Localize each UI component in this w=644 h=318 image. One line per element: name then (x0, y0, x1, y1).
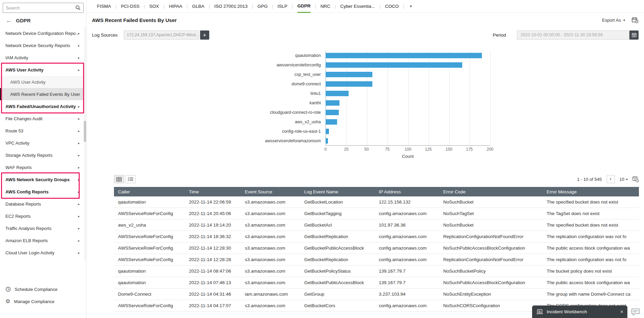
column-header-error-code[interactable]: Error Code (439, 187, 543, 196)
sidebar-item-aws-config-reports[interactable]: AWS Config Reports▸ (0, 186, 84, 198)
chevron-right-icon: ▸ (78, 117, 80, 121)
chart-bar[interactable] (326, 119, 337, 125)
chart-bar-track (326, 110, 512, 115)
table-row[interactable]: AWSServiceRoleForConfig2022-11-14 20:45:… (114, 208, 639, 219)
table-cell: 101.97.36.36 (375, 219, 439, 231)
schedule-compliance-button[interactable]: Schedule Compliance (0, 283, 84, 295)
tab-divider: | (252, 4, 253, 9)
table-cell: 2022-11-14 08:47:06 (185, 266, 241, 277)
sidebar-item-aws-user-activity[interactable]: AWS User Activity▸ (0, 64, 84, 76)
search-box[interactable] (3, 3, 84, 13)
period-input[interactable]: 2022-10-01 00:00:00 - 2022-11-30 23:59:5… (517, 30, 629, 40)
table-cell: s3.amazonaws.com (241, 277, 300, 288)
table-cell: NoSuchBucket (439, 196, 543, 208)
schedule-report-icon[interactable] (632, 17, 639, 23)
back-arrow-icon[interactable]: ← (6, 18, 12, 23)
chart-bar[interactable] (326, 138, 328, 144)
sidebar-subitem-aws-user-activity[interactable]: AWS User Activity (0, 76, 84, 88)
column-header-time[interactable]: Time (185, 187, 241, 196)
tab-islp[interactable]: ISLP (277, 0, 287, 13)
chart-bar[interactable] (326, 53, 482, 58)
chart-row: aws_v2_usha (92, 117, 512, 127)
table-cell: The TagSet does not exist (543, 208, 639, 219)
search-icon[interactable] (75, 5, 81, 10)
sidebar-item-waf-reports[interactable]: WAF Reports▸ (0, 161, 84, 173)
chart-bar[interactable] (326, 81, 372, 87)
table-row[interactable]: AWSServiceRoleForConfig2022-11-14 18:36:… (114, 231, 639, 242)
chart-bar[interactable] (326, 72, 372, 77)
chart-bar[interactable] (326, 62, 462, 68)
table-row[interactable]: Dome9-Connect2022-11-14 04:31:46iam.amaz… (114, 289, 639, 300)
tab-pci-dss[interactable]: PCI-DSS (121, 0, 139, 13)
sidebar-item-file-changes-audit[interactable]: File Changes Audit▸ (0, 112, 84, 125)
close-icon[interactable]: × (620, 309, 623, 315)
tab-gdpr[interactable]: GDPR (297, 0, 311, 13)
page-size-select[interactable]: 10 ▾ (620, 177, 628, 182)
sidebar-item-storage-activity-reports[interactable]: Storage Activity Reports▸ (0, 149, 84, 161)
column-header-caller[interactable]: Caller (114, 187, 185, 196)
chart-rows: qaautomationawsserviceroleforconfigcsp_t… (92, 51, 512, 146)
sidebar-scrollbar[interactable] (84, 27, 86, 261)
table-row[interactable]: qaautomation2022-11-14 08:47:06s3.amazon… (114, 266, 639, 277)
column-header-log-event-name[interactable]: Log Event Name (300, 187, 375, 196)
sidebar-item-database-reports[interactable]: Database Reports▸ (0, 198, 84, 210)
tab-coco[interactable]: COCO (385, 0, 399, 13)
sidebar-item-vpc-activity[interactable]: VPC Activity▸ (0, 137, 84, 149)
tab-iso-27001-2013[interactable]: ISO 27001:2013 (214, 0, 248, 13)
scrollbar-thumb[interactable] (84, 121, 86, 142)
table-row[interactable]: qaautomation2022-11-14 22:06:59s3.amazon… (114, 196, 639, 208)
sidebar-item-traffic-analysis-reports[interactable]: Traffic Analysis Reports▸ (0, 222, 84, 234)
chart-bar[interactable] (326, 129, 329, 134)
sidebar-subitem-aws-recent-failed-events-by-user[interactable]: AWS Recent Failed Events By User (0, 88, 84, 100)
tab-sox[interactable]: SOX (149, 0, 159, 13)
table-row[interactable]: aws_v2_usha2022-11-14 19:14:20s3.amazona… (114, 219, 639, 231)
log-sources-input[interactable]: 172.24.159.137,Apache1,DHCP-Wind... (124, 30, 199, 40)
tab-divider: | (115, 4, 116, 9)
sidebar-item-network-device-configuration-repo[interactable]: Network Device Configuration Repo...▸ (0, 27, 84, 39)
table-row[interactable]: qaautomation2022-11-14 07:46:13s3.amazon… (114, 277, 639, 289)
sidebar-item-route-53[interactable]: Route 53▸ (0, 125, 84, 137)
calendar-button[interactable] (629, 30, 639, 40)
chart-bar[interactable] (326, 91, 349, 96)
tab-gpg[interactable]: GPG (257, 0, 268, 13)
incident-workbench-panel[interactable]: Incident Workbench × (532, 305, 627, 318)
chat-button[interactable] (630, 307, 641, 317)
chevron-right-icon: ▸ (78, 153, 80, 157)
next-page-button[interactable]: › (607, 175, 615, 183)
chart-bar[interactable] (326, 110, 339, 115)
table-row[interactable]: AWSServiceRoleForConfig2022-11-14 12:28:… (114, 254, 639, 266)
tab-nrc[interactable]: NRC (320, 0, 330, 13)
export-as-button[interactable]: Export As ▾ (602, 18, 625, 23)
tab-fisma[interactable]: FISMA (97, 0, 111, 13)
table-cell: config.amazonaws.com (375, 300, 439, 311)
tab-cyber-essentia[interactable]: Cyber Essentia... (340, 0, 375, 13)
column-header-error-message[interactable]: Error Message (543, 187, 639, 196)
sidebar-item-aws-network-security-groups[interactable]: AWS Network Security Groups▸ (0, 173, 84, 186)
table-cell: NoSuchPublicAccessBlockConfiguration (439, 242, 543, 254)
column-header-ip-address[interactable]: IP Address (375, 187, 439, 196)
add-log-source-button[interactable]: + (200, 30, 209, 40)
chart-bar[interactable] (326, 100, 339, 106)
sidebar-item-label: EC2 Reports (5, 214, 78, 219)
compliance-tabbar: FISMA|PCI-DSS|SOX|HIPAA|GLBA|ISO 27001:2… (87, 0, 644, 13)
search-input[interactable] (6, 5, 75, 10)
sidebar-item-amazon-elb-reports[interactable]: Amazon ELB Reports▸ (0, 234, 84, 247)
sidebar-item-ec2-reports[interactable]: EC2 Reports▸ (0, 210, 84, 222)
table-cell: s3.amazonaws.com (241, 300, 300, 311)
sidebar-item-network-device-security-reports[interactable]: Network Device Security Reports▸ (0, 39, 84, 51)
chevron-down-icon[interactable]: ▾ (410, 4, 412, 8)
manage-compliance-button[interactable]: ⚙ Manage Compliance (0, 295, 84, 308)
sidebar-item-cloud-user-login-activity[interactable]: Cloud User Login Activity▸ (0, 247, 84, 259)
sidebar-item-iam-activity[interactable]: IAM Activity▸ (0, 51, 84, 64)
table-row[interactable]: AWSServiceRoleForConfig2022-11-14 12:28:… (114, 242, 639, 254)
tab-hipaa[interactable]: HIPAA (169, 0, 182, 13)
list-view-button[interactable] (125, 175, 136, 183)
table-settings-icon[interactable] (632, 176, 639, 182)
column-header-event-source[interactable]: Event Source (241, 187, 300, 196)
tab-glba[interactable]: GLBA (192, 0, 204, 13)
table-cell: NoSuchEntityException (439, 289, 543, 300)
grid-view-button[interactable] (114, 175, 124, 183)
back-navigation[interactable]: ← GDPR (0, 14, 86, 27)
sidebar-item-aws-failed-unauthorized-activity[interactable]: AWS Failed/Unauthorized Activity▸ (0, 100, 84, 112)
sidebar-item-label: File Changes Audit (5, 116, 78, 121)
